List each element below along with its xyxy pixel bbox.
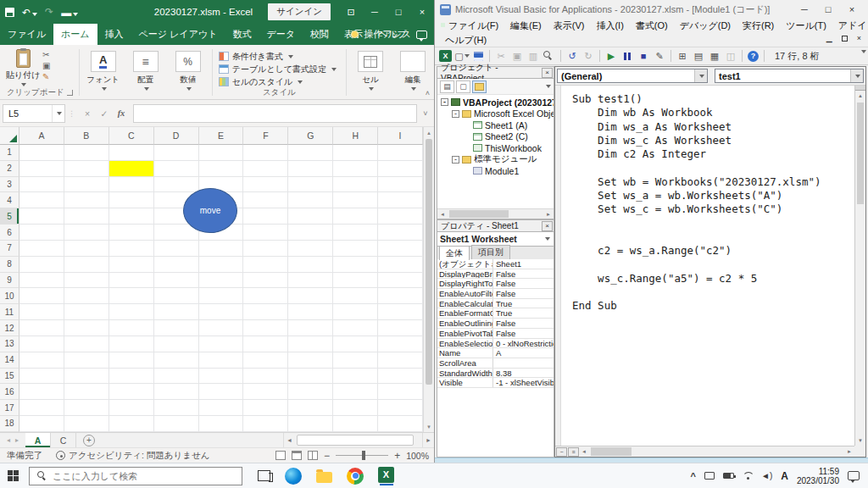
cell-C17[interactable] <box>109 400 154 416</box>
cell-I5[interactable] <box>378 208 423 225</box>
menu-item[interactable]: ファイル(F) <box>442 19 504 32</box>
code-vertical-scrollbar[interactable]: ▲ ▼ <box>854 86 865 446</box>
scroll-left-icon[interactable]: ◄ <box>283 433 295 447</box>
cell-B16[interactable] <box>64 384 109 400</box>
tablefmt-icon[interactable]: テーブルとして書式設定 <box>215 63 343 75</box>
cell-F14[interactable] <box>243 352 288 369</box>
help-icon[interactable]: ? <box>748 51 759 62</box>
copy-icon[interactable]: ▣ <box>42 62 50 70</box>
scroll-thumb[interactable] <box>449 210 509 218</box>
cell-F8[interactable] <box>243 257 288 273</box>
cell-C15[interactable] <box>109 369 154 385</box>
undo-icon[interactable]: ↺ <box>565 49 580 64</box>
row-header-9[interactable]: 9 <box>0 273 19 289</box>
cell-A12[interactable] <box>19 320 64 336</box>
cell-C5[interactable] <box>109 208 154 225</box>
cf-icon[interactable]: 条件付き書式 <box>215 50 343 63</box>
sheet-icon[interactable]: Sheet2 (C) <box>437 131 554 143</box>
column-header-I[interactable]: I <box>378 127 423 145</box>
cell-I14[interactable] <box>378 352 423 369</box>
toggle-folders-icon[interactable] <box>472 80 487 93</box>
toolbar-button[interactable] <box>742 50 743 62</box>
normal-view-icon[interactable] <box>275 451 286 460</box>
cell-I3[interactable] <box>378 177 423 193</box>
dropdown-icon[interactable] <box>694 69 707 82</box>
column-header-D[interactable]: D <box>154 127 199 145</box>
cell-G10[interactable] <box>288 288 333 304</box>
cell-A14[interactable] <box>19 352 64 369</box>
cell-F7[interactable] <box>243 241 288 257</box>
property-row[interactable]: ScrollArea <box>437 358 554 369</box>
cell-F6[interactable] <box>243 225 288 241</box>
scroll-right-icon[interactable]: ► <box>543 212 554 217</box>
paste-icon[interactable]: ▥ <box>526 49 541 64</box>
cell-E9[interactable] <box>199 273 244 289</box>
reset-icon[interactable]: ■ <box>636 49 651 64</box>
tree-expander-icon[interactable] <box>463 144 470 152</box>
cell-C14[interactable] <box>109 352 154 369</box>
menu-item[interactable]: 挿入(I) <box>590 19 629 32</box>
sheet-tab[interactable]: C <box>51 433 76 447</box>
cell-D12[interactable] <box>154 320 199 336</box>
menu-item[interactable]: デバッグ(D) <box>674 19 737 32</box>
cell-C4[interactable] <box>109 192 154 208</box>
cell-G11[interactable] <box>288 304 333 320</box>
row-header-8[interactable]: 8 <box>0 257 19 273</box>
row-header-12[interactable]: 12 <box>0 320 19 336</box>
scroll-thumb[interactable] <box>857 103 864 204</box>
copy-icon[interactable]: ▣ <box>509 49 525 64</box>
mdi-minimize-icon[interactable]: ▁ <box>826 34 832 42</box>
procedure-view-icon[interactable]: − <box>556 447 567 457</box>
edge-icon[interactable] <box>285 468 302 485</box>
close-icon[interactable]: × <box>542 221 553 231</box>
cell-D14[interactable] <box>154 352 199 369</box>
cell-H7[interactable] <box>333 241 378 257</box>
cell-G8[interactable] <box>288 257 333 273</box>
project-icon[interactable]: - VBAProject (20230127.xlsm) <box>437 97 554 108</box>
cell-G14[interactable] <box>288 352 333 369</box>
toolbox-icon[interactable]: ▦ <box>707 49 722 64</box>
ribbon-tab[interactable]: ページ レイアウト <box>131 24 225 45</box>
cell-H9[interactable] <box>333 273 378 289</box>
cell-B2[interactable] <box>64 161 109 177</box>
scroll-down-icon[interactable]: ▼ <box>424 421 434 432</box>
sheet-icon[interactable]: Sheet1 (A) <box>437 119 554 131</box>
cell-A13[interactable] <box>19 336 64 352</box>
save-icon[interactable] <box>5 8 14 17</box>
cell-E8[interactable] <box>199 257 244 273</box>
cell-D2[interactable] <box>154 161 199 177</box>
align-icon[interactable]: 配置 <box>125 47 167 99</box>
cell-H8[interactable] <box>333 257 378 273</box>
cell-E18[interactable] <box>199 416 244 432</box>
folder-icon[interactable]: - 標準モジュール <box>437 154 554 166</box>
battery-icon[interactable] <box>723 473 734 479</box>
cell-A11[interactable] <box>19 304 64 320</box>
cell-D1[interactable] <box>154 145 199 161</box>
cell-E7[interactable] <box>199 241 244 257</box>
folder-icon[interactable]: - Microsoft Excel Objects <box>437 108 554 120</box>
cell-C18[interactable] <box>109 416 154 432</box>
cell-F4[interactable] <box>243 192 288 208</box>
wifi-icon[interactable] <box>743 472 753 480</box>
property-row[interactable]: (オブジェクト名) Sheet1 <box>437 259 554 269</box>
task-view-icon[interactable] <box>258 470 270 481</box>
cell-C12[interactable] <box>109 320 154 336</box>
properties-window-icon[interactable]: ▤ <box>691 49 706 64</box>
minimize-button[interactable]: ─ <box>793 2 815 17</box>
cell-G5[interactable] <box>288 208 333 225</box>
oval-shape[interactable]: move <box>183 188 237 233</box>
property-row[interactable]: EnableOutlining False <box>437 319 554 329</box>
cell-H17[interactable] <box>333 400 378 416</box>
toolbar-button[interactable] <box>599 50 600 62</box>
ribbon-tab[interactable]: ファイル <box>0 24 53 45</box>
mdi-close-icon[interactable]: × <box>857 34 861 42</box>
cell-G7[interactable] <box>288 241 333 257</box>
cell-A16[interactable] <box>19 384 64 400</box>
cut-icon[interactable]: ✂ <box>42 51 50 59</box>
code-editor[interactable]: Sub test1() Dim wb As Workbook Dim ws_a … <box>555 86 854 446</box>
expand-formula-bar-icon[interactable]: ˅ <box>420 109 431 118</box>
ime-indicator[interactable]: A <box>781 470 788 482</box>
cut-icon[interactable]: ✂ <box>493 49 509 64</box>
cell-C10[interactable] <box>109 288 154 304</box>
cell-C1[interactable] <box>109 145 154 161</box>
